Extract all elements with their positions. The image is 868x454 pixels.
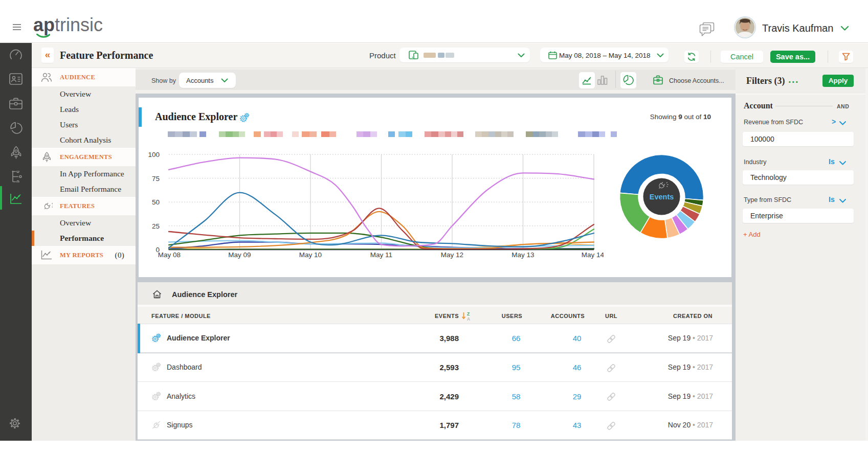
svg-text:May 13: May 13	[511, 251, 534, 259]
svg-text:50: 50	[152, 198, 160, 206]
svg-text:May 09: May 09	[228, 251, 251, 259]
svg-text:25: 25	[152, 222, 160, 230]
svg-text:May 12: May 12	[441, 251, 463, 259]
svg-text:May 08: May 08	[158, 251, 181, 259]
svg-text:A: A	[467, 316, 470, 321]
svg-text:75: 75	[152, 175, 160, 183]
svg-text:Events: Events	[650, 193, 674, 201]
svg-text:May 14: May 14	[582, 251, 604, 259]
svg-text:May 11: May 11	[370, 251, 392, 259]
svg-text:100: 100	[148, 151, 160, 158]
svg-text:May 10: May 10	[299, 251, 322, 259]
